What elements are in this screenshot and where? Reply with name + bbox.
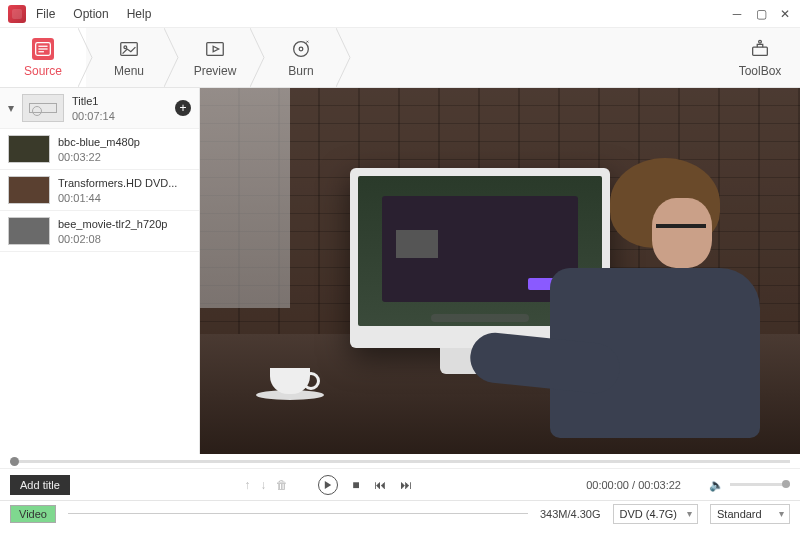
title-bar: File Option Help ─ ▢ ✕ [0, 0, 800, 28]
minimize-button[interactable]: ─ [730, 7, 744, 21]
menu-option[interactable]: Option [73, 7, 108, 21]
size-readout: 343M/4.30G [540, 508, 601, 520]
close-button[interactable]: ✕ [778, 7, 792, 21]
clip-thumbnail [8, 217, 50, 245]
next-button[interactable]: ⏭ [400, 478, 412, 492]
quality-select[interactable]: Standard [710, 504, 790, 524]
svg-marker-12 [325, 481, 331, 489]
burn-icon [290, 38, 312, 60]
status-bar: Video 343M/4.30G DVD (4.7G) Standard [0, 500, 800, 526]
menu-bar: File Option Help [36, 7, 151, 21]
volume-icon[interactable]: 🔈 [709, 478, 724, 492]
collapse-icon[interactable]: ▾ [8, 101, 18, 115]
svg-rect-6 [207, 42, 224, 55]
tab-label: Preview [194, 64, 237, 78]
clip-row[interactable]: bee_movie-tlr2_h720p 00:02:08 [0, 211, 199, 252]
add-title-button[interactable]: Add title [10, 475, 70, 495]
video-preview[interactable] [200, 88, 800, 454]
time-current: 00:00:00 [586, 479, 629, 491]
seek-track[interactable] [10, 460, 790, 463]
clip-duration: 00:02:08 [58, 233, 191, 245]
menu-icon [118, 38, 140, 60]
svg-point-8 [294, 41, 309, 56]
volume-control: 🔈 [709, 478, 790, 492]
clip-thumbnail [8, 176, 50, 204]
track-line [68, 513, 528, 514]
time-total: 00:03:22 [638, 479, 681, 491]
toolbox-label: ToolBox [739, 64, 782, 78]
main-toolbar: Source Menu Preview Burn ToolBox [0, 28, 800, 88]
seek-thumb[interactable] [10, 457, 19, 466]
video-track-chip[interactable]: Video [10, 505, 56, 523]
svg-point-11 [759, 40, 762, 43]
source-icon [32, 38, 54, 60]
toolbox-icon [749, 38, 771, 60]
volume-slider[interactable] [730, 483, 790, 486]
tab-menu[interactable]: Menu [86, 28, 172, 87]
menu-help[interactable]: Help [127, 7, 152, 21]
title-name: Title1 [72, 95, 175, 107]
stop-button[interactable]: ■ [352, 478, 359, 492]
preview-icon [204, 38, 226, 60]
delete-icon[interactable]: 🗑 [276, 478, 288, 492]
svg-marker-7 [213, 46, 219, 52]
tab-label: Menu [114, 64, 144, 78]
volume-thumb[interactable] [782, 480, 790, 488]
play-button[interactable] [318, 475, 338, 495]
seek-bar[interactable] [0, 454, 800, 468]
move-up-icon[interactable]: ↑ [244, 478, 250, 492]
prev-button[interactable]: ⏮ [374, 478, 386, 492]
title-header-row[interactable]: ▾ Title1 00:07:14 + [0, 88, 199, 129]
move-down-icon[interactable]: ↓ [260, 478, 266, 492]
list-ops: ↑ ↓ 🗑 [244, 478, 288, 492]
title-list: ▾ Title1 00:07:14 + bbc-blue_m480p 00:03… [0, 88, 200, 454]
clip-name: Transformers.HD DVD... [58, 177, 191, 189]
clip-name: bbc-blue_m480p [58, 136, 191, 148]
disc-type-select[interactable]: DVD (4.7G) [613, 504, 698, 524]
tab-label: Burn [288, 64, 313, 78]
svg-point-9 [299, 47, 303, 51]
toolbox-button[interactable]: ToolBox [720, 28, 800, 87]
title-thumbnail [22, 94, 64, 122]
window-controls: ─ ▢ ✕ [730, 7, 792, 21]
time-display: 00:00:00 / 00:03:22 [586, 479, 681, 491]
tab-preview[interactable]: Preview [172, 28, 258, 87]
clip-row[interactable]: Transformers.HD DVD... 00:01:44 [0, 170, 199, 211]
add-clip-button[interactable]: + [175, 100, 191, 116]
tab-burn[interactable]: Burn [258, 28, 344, 87]
menu-file[interactable]: File [36, 7, 55, 21]
clip-thumbnail [8, 135, 50, 163]
clip-row[interactable]: bbc-blue_m480p 00:03:22 [0, 129, 199, 170]
clip-duration: 00:01:44 [58, 192, 191, 204]
controls-bar: Add title ↑ ↓ 🗑 ■ ⏮ ⏭ 00:00:00 / 00:03:2… [0, 468, 800, 500]
clip-name: bee_movie-tlr2_h720p [58, 218, 191, 230]
tab-source[interactable]: Source [0, 28, 86, 87]
svg-point-5 [124, 45, 127, 48]
preview-frame [200, 88, 800, 454]
main-area: ▾ Title1 00:07:14 + bbc-blue_m480p 00:03… [0, 88, 800, 454]
playback-controls: ■ ⏮ ⏭ [318, 475, 411, 495]
app-icon [8, 5, 26, 23]
title-duration: 00:07:14 [72, 110, 175, 122]
maximize-button[interactable]: ▢ [754, 7, 768, 21]
clip-duration: 00:03:22 [58, 151, 191, 163]
svg-rect-10 [753, 47, 768, 55]
tab-label: Source [24, 64, 62, 78]
